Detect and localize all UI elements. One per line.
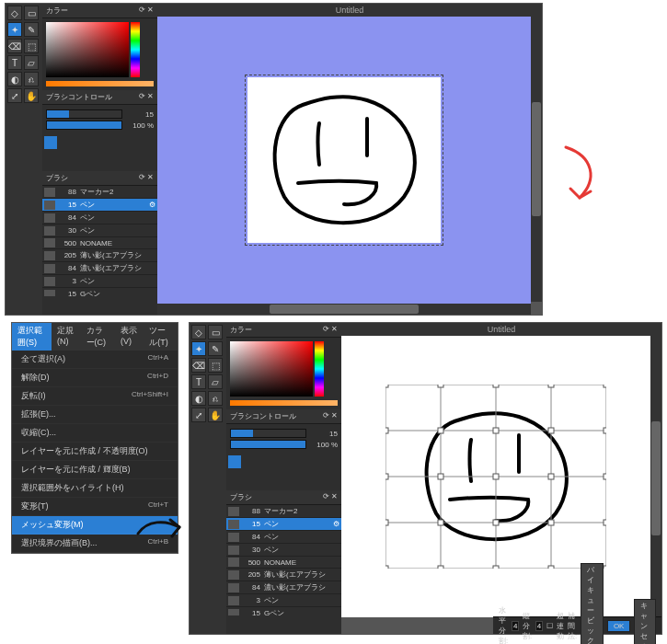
brush-preset-item[interactable]: 30ペン [42,224,157,237]
menu-bar-item[interactable]: 選択範囲(S) [12,323,52,351]
menu-item[interactable]: 拡張(E)... [12,406,178,424]
panel-close-icon[interactable]: ⟳ ✕ [323,411,338,421]
tool-marquee-icon[interactable]: ⬚ [24,39,39,53]
tool-erase-icon[interactable]: ⌫ [7,39,22,53]
gear-icon[interactable]: ⚙ [333,520,339,528]
viewport[interactable] [157,17,531,304]
brush-opacity-slider[interactable] [230,440,306,449]
brush-preset-item[interactable]: 205薄い影(エアブラシ [42,249,157,262]
vdiv-input[interactable]: 4 [535,621,543,631]
canvas-paper[interactable] [247,77,441,243]
menu-item[interactable]: 解除(D)Ctrl+D [12,369,178,387]
tool-move-icon[interactable]: ⤢ [191,408,206,422]
color-panel-header[interactable]: カラー ⟳ ✕ [42,4,157,18]
menu-bar-item[interactable]: ツール(T) [144,323,178,351]
brush-opacity-slider[interactable] [46,121,122,130]
mesh-handle[interactable] [548,385,554,387]
tool-rect-icon[interactable]: ▭ [24,6,39,20]
ok-button[interactable]: OK [607,620,631,632]
hue-slider[interactable] [315,341,324,397]
mesh-handle[interactable] [385,520,388,525]
brush-preset-item[interactable]: 84ペン [42,212,157,224]
tool-pan-icon[interactable]: ✋ [24,88,39,103]
menu-bar-item[interactable]: 定規(N) [52,323,81,351]
mesh-handle[interactable] [604,474,606,479]
vertical-scrollbar[interactable] [531,17,542,302]
panel-close-icon[interactable]: ⟳ ✕ [323,492,338,502]
mesh-handle[interactable] [438,566,443,569]
tool-gradient-icon[interactable]: ◐ [191,391,206,406]
tool-select-icon[interactable]: ◇ [191,325,206,339]
mesh-handle[interactable] [604,385,606,387]
mesh-handle[interactable] [604,566,606,569]
tool-pen-icon[interactable]: ✎ [208,341,223,356]
brush-size-slider[interactable] [230,429,306,438]
scrollbar-thumb[interactable] [270,305,419,314]
horizontal-scrollbar[interactable] [157,304,531,315]
panel-close-icon[interactable]: ⟳ ✕ [139,92,154,102]
brush-panel-header[interactable]: ブラシ ⟳ ✕ [226,490,341,505]
tool-marquee-icon[interactable]: ⬚ [208,358,223,373]
color-panel-header[interactable]: カラー ⟳ ✕ [226,323,341,338]
scrollbar-thumb[interactable] [651,421,661,535]
gear-icon[interactable]: ⚙ [149,201,155,209]
brush-list[interactable]: 88マーカー215ペン⚙84ペン30ペン500NONAME205薄い影(エアブラ… [226,505,341,615]
tool-pan-icon[interactable]: ✋ [208,408,223,422]
brush-preset-item[interactable]: 3ペン [226,594,341,607]
brush-panel-header[interactable]: ブラシ ⟳ ✕ [42,171,157,186]
mesh-handle[interactable] [438,385,443,387]
brush-preset-item[interactable]: 84濃い影(エアブラシ [42,262,157,275]
tool-rect-icon[interactable]: ▭ [208,325,223,339]
tool-smudge-icon[interactable]: ⎌ [24,72,39,86]
brush-preset-item[interactable]: 3ペン [42,275,157,288]
panel-close-icon[interactable]: ⟳ ✕ [139,173,154,183]
panel-close-icon[interactable]: ⟳ ✕ [139,6,154,16]
color-bar[interactable] [46,81,154,86]
brush-preset-item[interactable]: 205薄い影(エアブラシ [226,569,341,581]
tool-gradient-icon[interactable]: ◐ [7,72,22,86]
tool-text-icon[interactable]: T [7,55,22,70]
menu-bar-item[interactable]: 表示(V) [115,323,144,351]
brush-preset-item[interactable]: 84ペン [226,531,341,544]
brushctrl-panel-header[interactable]: ブラシコントロール ⟳ ✕ [42,90,157,105]
cancel-button[interactable]: キャンセル [634,599,656,645]
color-spectrum[interactable] [230,341,313,397]
menu-item[interactable]: 収縮(C)... [12,424,178,443]
brush-preset-item[interactable]: 88マーカー2 [42,186,157,199]
tool-move-icon[interactable]: ⤢ [7,88,22,103]
menu-item[interactable]: 選択範囲外をハイライト(H) [12,479,178,498]
menu-item[interactable]: 全て選択(A)Ctrl+A [12,351,178,369]
hdiv-input[interactable]: 4 [512,621,519,631]
brush-preset-item[interactable]: 15Gペン [42,288,157,296]
vertical-scrollbar[interactable] [650,336,661,621]
menu-bar-item[interactable]: カラー(C) [81,323,115,351]
mesh-handle[interactable] [385,566,388,569]
mesh-handle[interactable] [493,385,499,387]
swatch-icon[interactable] [44,136,57,149]
mesh-handle[interactable] [548,566,554,569]
tool-select-icon[interactable]: ◇ [7,6,22,20]
brushctrl-panel-header[interactable]: ブラシコントロール ⟳ ✕ [226,409,341,424]
brush-preset-item[interactable]: 30ペン [226,544,341,557]
brush-preset-item[interactable]: 15ペン⚙ [42,199,157,212]
color-bar[interactable] [230,400,338,406]
brush-preset-item[interactable]: 88マーカー2 [226,505,341,518]
interp-dropdown[interactable]: バイキュービック(シャープ) [581,563,604,644]
brush-preset-item[interactable]: 84濃い影(エアブラシ [226,581,341,594]
mesh-handle[interactable] [385,385,388,387]
brush-preset-item[interactable]: 500NONAME [226,557,341,569]
tool-shape-icon[interactable]: ▱ [24,55,39,70]
tool-smudge-icon[interactable]: ⎌ [208,391,223,406]
tool-text-icon[interactable]: T [191,374,206,389]
canvas-paper[interactable] [385,385,606,569]
brush-preset-item[interactable]: 15ペン⚙ [226,518,341,531]
tool-wand-icon[interactable]: ✦ [7,22,22,37]
viewport[interactable] [341,336,650,617]
menu-item[interactable]: レイヤーを元に作成 / 輝度(B) [12,461,178,479]
brush-list[interactable]: 88マーカー215ペン⚙84ペン30ペン500NONAME205薄い影(エアブラ… [42,186,157,296]
color-spectrum[interactable] [46,22,129,77]
scrollbar-thumb[interactable] [532,102,541,216]
tool-shape-icon[interactable]: ▱ [208,374,223,389]
panel-close-icon[interactable]: ⟳ ✕ [323,325,338,335]
mesh-handle[interactable] [604,520,606,525]
